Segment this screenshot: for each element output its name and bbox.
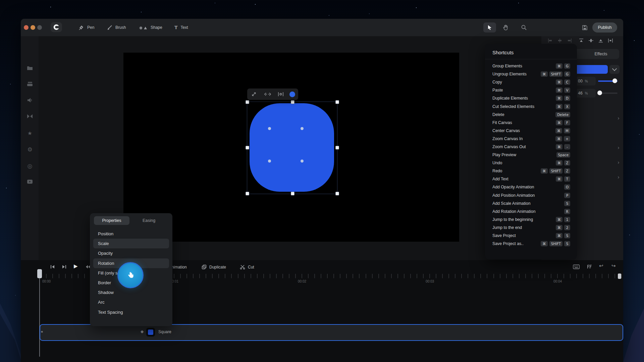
shortcut-row[interactable]: Add Text⌘T bbox=[492, 175, 570, 183]
shortcut-row[interactable]: Add Opacity AnimationO bbox=[492, 183, 570, 191]
search-button[interactable] bbox=[520, 23, 528, 32]
shortcut-row[interactable]: Duplicate Elements⌘D bbox=[492, 94, 570, 102]
selection-handle-e[interactable] bbox=[335, 146, 339, 149]
sidebar-item-transitions[interactable] bbox=[27, 114, 33, 120]
shortcut-row[interactable]: Add Position AnimationP bbox=[492, 191, 570, 199]
app-logo[interactable] bbox=[51, 22, 62, 32]
corner-radius-handle-ne[interactable] bbox=[301, 127, 304, 130]
selection-handle-nw[interactable] bbox=[246, 100, 249, 104]
align-center-horizontal-icon[interactable] bbox=[557, 38, 562, 43]
align-right-icon[interactable] bbox=[567, 38, 572, 43]
selection-handle-w[interactable] bbox=[246, 146, 249, 149]
second-slider-knob[interactable] bbox=[597, 90, 602, 95]
shortcut-row[interactable]: Copy⌘C bbox=[492, 78, 570, 86]
tool-pen[interactable]: Pen bbox=[78, 19, 94, 36]
align-top-icon[interactable] bbox=[579, 38, 584, 43]
zoom-button[interactable] bbox=[37, 25, 42, 30]
shortcut-row[interactable]: Jump to the end⌘2 bbox=[492, 224, 570, 232]
section-chevron-3[interactable]: › bbox=[618, 160, 620, 166]
shortcut-row[interactable]: Save Project as..⌘SHIFTS bbox=[492, 240, 570, 248]
duplicate-button-icon-wrap[interactable] bbox=[202, 264, 207, 269]
tab-properties[interactable]: Properties bbox=[94, 216, 129, 225]
popup-item-opacity[interactable]: Opacity bbox=[93, 248, 169, 258]
shortcut-row[interactable]: Center Canvas⌘M bbox=[492, 127, 570, 135]
popup-item-scale[interactable]: Scale bbox=[93, 239, 169, 248]
popup-item-position[interactable]: Position bbox=[93, 229, 169, 239]
tab-effects[interactable]: Effects bbox=[583, 52, 619, 56]
tab-easing[interactable]: Easing bbox=[129, 218, 168, 223]
sidebar-item-scenes[interactable] bbox=[27, 81, 33, 87]
play-button[interactable]: ▶ bbox=[74, 263, 78, 269]
jump-to-end-button[interactable] bbox=[62, 264, 67, 269]
jump-to-start-button[interactable] bbox=[50, 264, 55, 269]
shortcut-row[interactable]: Fit Canvas⌘F bbox=[492, 119, 570, 127]
move-horizontal-button[interactable] bbox=[264, 92, 271, 96]
popup-item-text-spacing[interactable]: Text Spacing bbox=[93, 307, 169, 317]
selection-handle-se[interactable] bbox=[335, 192, 339, 195]
section-chevron-2[interactable]: › bbox=[618, 145, 620, 151]
cut-button-icon-wrap[interactable] bbox=[240, 264, 245, 269]
sidebar-item-projects[interactable] bbox=[27, 65, 33, 71]
track-row-square[interactable]: ◆ ◆ Square bbox=[40, 324, 623, 341]
selection-handle-n[interactable] bbox=[291, 100, 294, 104]
sidebar-item-favorites[interactable]: ★ bbox=[27, 130, 33, 136]
align-bottom-icon[interactable] bbox=[598, 38, 603, 43]
close-button[interactable] bbox=[24, 25, 29, 30]
playhead-handle[interactable] bbox=[37, 269, 42, 278]
distribute-horizontal-icon[interactable] bbox=[608, 38, 613, 43]
shortcut-row[interactable]: Group Elements⌘G bbox=[492, 62, 570, 70]
shortcut-row[interactable]: Zoom Canvas In⌘+ bbox=[492, 135, 570, 143]
redo-button[interactable]: ↪ bbox=[611, 263, 616, 269]
duplicate-button[interactable]: Duplicate bbox=[209, 265, 226, 269]
selection-handle-s[interactable] bbox=[291, 192, 294, 195]
fill-color-swatch[interactable] bbox=[289, 92, 295, 97]
popup-item-arc[interactable]: Arc bbox=[93, 297, 169, 307]
shortcut-row[interactable]: Cut Selected Elements⌘X bbox=[492, 102, 570, 110]
sidebar-item-video[interactable] bbox=[27, 179, 33, 185]
select-tool-button[interactable] bbox=[483, 22, 496, 33]
corner-radius-handle-sw[interactable] bbox=[268, 160, 271, 163]
color-dropdown-button[interactable] bbox=[609, 65, 620, 74]
hand-tool-button[interactable] bbox=[501, 23, 510, 32]
shortcut-row[interactable]: Redo⌘SHIFTZ bbox=[492, 167, 570, 175]
shortcut-row[interactable]: Ungroup Elements⌘SHIFTG bbox=[492, 70, 570, 78]
opacity-slider-knob[interactable] bbox=[612, 78, 617, 83]
tool-text[interactable]: T Text bbox=[174, 19, 188, 36]
section-chevron-4[interactable]: › bbox=[618, 174, 620, 180]
sidebar-item-record[interactable]: ◎ bbox=[27, 163, 33, 169]
undo-button[interactable]: ↩ bbox=[599, 263, 603, 269]
keyframe-diamond-start[interactable]: ◆ bbox=[41, 330, 43, 333]
save-button[interactable] bbox=[580, 23, 589, 32]
selection-handle-sw[interactable] bbox=[246, 192, 249, 195]
shortcut-row[interactable]: Save Project⌘S bbox=[492, 232, 570, 240]
minimize-button[interactable] bbox=[31, 25, 35, 30]
shortcut-row[interactable]: Jump to the beginning⌘1 bbox=[492, 216, 570, 224]
sidebar-item-audio[interactable] bbox=[27, 98, 33, 104]
shortcut-row[interactable]: DeleteDelete bbox=[492, 111, 570, 119]
shortcut-row[interactable]: Undo⌘Z bbox=[492, 159, 570, 167]
corner-radius-handle-se[interactable] bbox=[301, 160, 304, 163]
shortcut-row[interactable]: Zoom Canvas Out⌘- bbox=[492, 143, 570, 151]
shortcuts-toggle-button[interactable] bbox=[573, 264, 580, 269]
ruler-end-handle[interactable] bbox=[618, 274, 621, 279]
shortcut-row[interactable]: Add Scale AnimationS bbox=[492, 199, 570, 207]
frames-button[interactable] bbox=[587, 264, 592, 269]
scale-handle-button[interactable] bbox=[251, 92, 257, 97]
width-constraint-button[interactable] bbox=[277, 92, 284, 97]
sidebar-item-settings[interactable]: ⚙ bbox=[27, 146, 33, 153]
shortcut-row[interactable]: Play PreviewSpace bbox=[492, 151, 570, 159]
publish-button[interactable]: Publish bbox=[592, 22, 617, 33]
align-left-icon[interactable] bbox=[547, 38, 553, 43]
track-thumbnail[interactable] bbox=[146, 328, 155, 337]
align-middle-vertical-icon[interactable] bbox=[588, 38, 594, 43]
tool-shape[interactable]: Shape bbox=[139, 19, 162, 36]
shortcut-row[interactable]: Add Rotation AnimationR bbox=[492, 207, 570, 216]
keyframe-diamond[interactable]: ◆ bbox=[141, 329, 144, 334]
tool-brush[interactable]: Brush bbox=[107, 19, 126, 36]
section-chevron-1[interactable]: › bbox=[618, 115, 620, 121]
corner-radius-handle-nw[interactable] bbox=[268, 127, 271, 130]
selection-handle-ne[interactable] bbox=[335, 100, 339, 104]
shortcut-row[interactable]: Paste⌘V bbox=[492, 86, 570, 94]
cut-button[interactable]: Cut bbox=[248, 265, 254, 269]
popup-item-shadow[interactable]: Shadow bbox=[93, 288, 169, 297]
